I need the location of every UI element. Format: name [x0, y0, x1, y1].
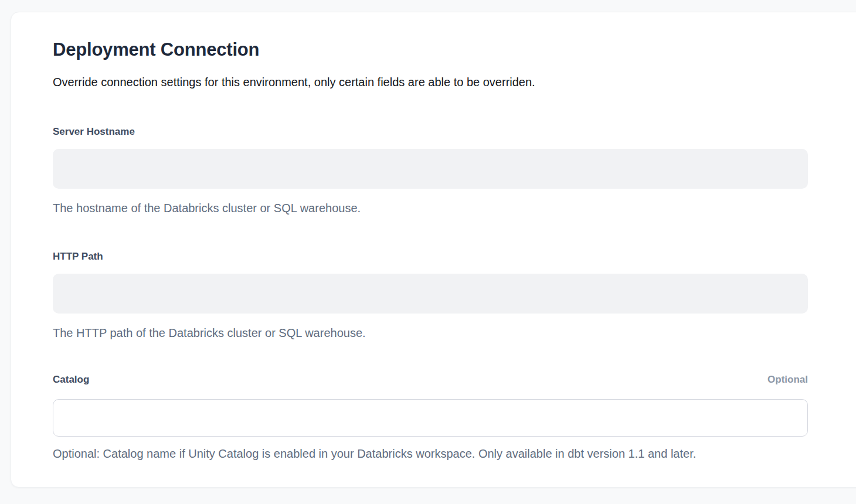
server-hostname-help-text: The hostname of the Databricks cluster o… [53, 201, 808, 215]
catalog-help-text: Optional: Catalog name if Unity Catalog … [53, 447, 808, 461]
catalog-input[interactable] [53, 399, 808, 437]
http-path-input [53, 274, 808, 314]
page-subtitle: Override connection settings for this en… [53, 74, 808, 90]
server-hostname-label: Server Hostname [53, 126, 135, 138]
card-content: Deployment Connection Override connectio… [53, 39, 808, 461]
field-label-row: Catalog Optional [53, 374, 808, 386]
field-server-hostname: Server Hostname The hostname of the Data… [53, 126, 808, 215]
http-path-help-text: The HTTP path of the Databricks cluster … [53, 326, 808, 340]
field-http-path: HTTP Path The HTTP path of the Databrick… [53, 251, 808, 340]
deployment-connection-card: Deployment Connection Override connectio… [11, 12, 856, 488]
field-label-row: Server Hostname [53, 126, 808, 138]
server-hostname-input [53, 149, 808, 189]
optional-badge: Optional [767, 374, 808, 386]
field-label-row: HTTP Path [53, 251, 808, 263]
http-path-label: HTTP Path [53, 251, 103, 263]
catalog-label: Catalog [53, 374, 89, 386]
page-title: Deployment Connection [53, 39, 808, 61]
field-catalog: Catalog Optional Optional: Catalog name … [53, 374, 808, 461]
